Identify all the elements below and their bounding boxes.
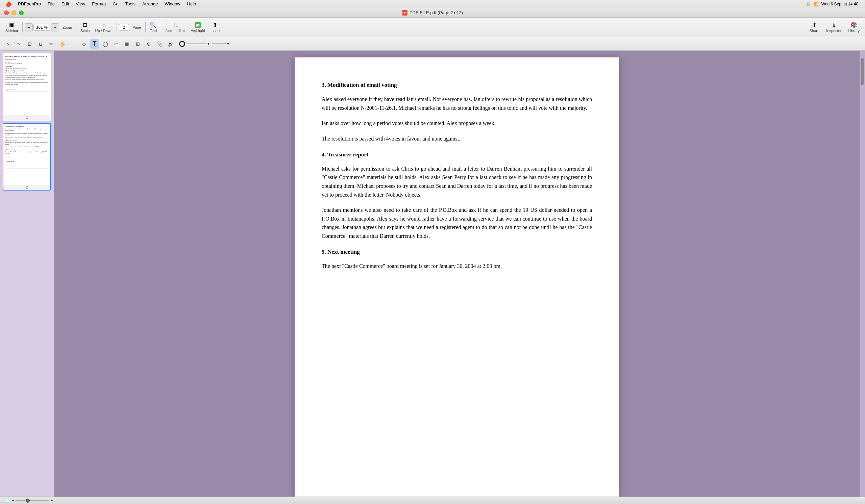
inspector-label: Inspector [826, 29, 841, 33]
menu-window[interactable]: Window [162, 1, 183, 7]
pdf-text-content: 3. Modification of email voting Alex ask… [322, 80, 592, 270]
sidebar-label: Sidebar [5, 29, 18, 33]
tool-shape[interactable]: ◇ [79, 39, 89, 49]
menu-help[interactable]: Help [184, 1, 199, 7]
section-5-heading: 5. Next meeting [322, 247, 592, 256]
menu-format[interactable]: Format [89, 1, 108, 7]
correct-text-label: Correct Text [165, 29, 185, 33]
section-5-para-1: The next "Castle Commerce" board meeting… [322, 262, 592, 271]
menu-bar: 🍎 PDFpenPro File Edit View Format Go Too… [0, 0, 865, 8]
section-3-heading: 3. Modification of email voting [322, 80, 592, 90]
line-dropdown-icon[interactable]: ▼ [207, 42, 210, 46]
section-4-para-1: Michael asks for permission to ask Chris… [322, 164, 592, 199]
zoom-control: − 161 % + [25, 23, 59, 32]
zoom-slider[interactable]: − + [12, 499, 53, 502]
wifi-icon: 📶 [814, 2, 819, 7]
insert-label: Insert [210, 29, 220, 33]
page-thumb-1[interactable]: Minutes of Meeting of Board of Castle Co… [3, 54, 51, 120]
insert-icon: ⬆ [213, 22, 217, 28]
menu-go[interactable]: Go [110, 1, 121, 7]
scroll-thumb[interactable] [861, 58, 864, 85]
maximize-button[interactable] [19, 11, 24, 15]
page-thumb-1-content: Minutes of Meeting of Board of Castle Co… [3, 54, 50, 115]
library-button[interactable]: 📚 Library [846, 21, 862, 33]
divider-3 [117, 22, 117, 33]
tool-hand[interactable]: ✋ [57, 39, 67, 49]
traffic-lights [4, 11, 24, 15]
correct-text-button[interactable]: Tₐ Correct Text [163, 21, 187, 33]
datetime: Wed 6 Sept at 14:40 [821, 2, 858, 7]
tool-stamp[interactable]: ⊞ [133, 39, 142, 49]
network-icon: 🔋 [806, 2, 811, 7]
section-3-para-2: Ian asks over how long a period votes sh… [322, 119, 592, 128]
bottom-bar: 📄 − + [0, 496, 865, 504]
document-title: PDF-FILE.pdf (Page 2 of 2) [410, 10, 463, 15]
tool-signature[interactable]: ⊙ [144, 39, 153, 49]
menu-arrange[interactable]: Arrange [140, 1, 161, 7]
line-sample-2[interactable] [212, 44, 226, 44]
insert-button[interactable]: ⬆ Insert [208, 21, 222, 33]
section-3-para-3: The resolution is passed with 4votes in … [322, 134, 592, 143]
find-label: Find [150, 29, 157, 33]
page-label-area: Page [130, 25, 143, 30]
tool-note[interactable]: ◯ [101, 39, 110, 49]
pdf-content-area[interactable]: 3. Modification of email voting Alex ask… [54, 51, 860, 504]
menu-file[interactable]: File [45, 1, 57, 7]
main-layout: Minutes of Meeting of Board of Castle Co… [0, 51, 865, 504]
slider-thumb[interactable] [26, 499, 30, 503]
tool-text[interactable]: T [90, 39, 99, 49]
correct-text-icon: Tₐ [173, 22, 178, 28]
inspector-button[interactable]: ℹ Inspector [824, 21, 843, 33]
system-status: 🔋 📶 Wed 6 Sept at 14:40 [806, 0, 858, 8]
menu-app[interactable]: PDFpenPro [15, 1, 44, 7]
tool-select[interactable]: ↖ [14, 39, 24, 49]
share-label: Share [810, 29, 819, 33]
status-text: 📄 [5, 498, 10, 503]
menu-view[interactable]: View [73, 1, 88, 7]
sidebar-button[interactable]: ▣ Sidebar [3, 21, 20, 33]
zoom-out-button[interactable]: − [25, 23, 33, 32]
up-down-button[interactable]: ↕ Up / Down [93, 21, 115, 33]
tool-arrow[interactable]: ↖ [3, 39, 13, 49]
zoom-label-area: Zoom [60, 25, 74, 30]
line-sample[interactable] [186, 44, 206, 44]
menu-tools[interactable]: Tools [123, 1, 138, 7]
line-style-circle[interactable] [179, 41, 185, 47]
app-toolbar: ▣ Sidebar − 161 % + Zoom ⊡ Scale ↕ Up / … [0, 17, 865, 37]
scale-button[interactable]: ⊡ Scale [78, 21, 92, 33]
apple-menu[interactable]: 🍎 [3, 1, 14, 8]
share-icon: ⬆ [812, 22, 817, 28]
find-button[interactable]: 🔍 Find [148, 21, 159, 33]
sidebar-panel: Minutes of Meeting of Board of Castle Co… [0, 51, 54, 504]
minimize-button[interactable] [11, 11, 16, 15]
share-button[interactable]: ⬆ Share [808, 21, 821, 33]
zoom-in-button[interactable]: + [51, 23, 59, 32]
tool-attach[interactable]: 📎 [155, 39, 164, 49]
page-thumb-2[interactable]: 3. Modification of email voting Alex ask… [3, 123, 51, 190]
tool-crop[interactable]: ⊔ [36, 39, 45, 49]
menu-edit[interactable]: Edit [59, 1, 72, 7]
tool-audio[interactable]: 🔊 [165, 39, 175, 49]
tool-redact[interactable]: ⊠ [122, 39, 132, 49]
line-style-control: ▼ ▼ [179, 41, 230, 47]
close-button[interactable] [4, 11, 9, 15]
highlight-button[interactable]: ▣ Highlight [188, 22, 207, 33]
search-icon: 🔍 [150, 22, 157, 28]
section-4-heading: 4. Treasurer report [322, 150, 592, 159]
slider-track[interactable] [15, 500, 49, 501]
up-down-icon: ↕ [102, 22, 105, 28]
page-thumb-2-content: 3. Modification of email voting Alex ask… [3, 124, 50, 185]
zoom-slider-min-icon: − [12, 499, 14, 502]
tool-highlight[interactable]: ▭ [112, 39, 121, 49]
tool-resize[interactable]: ↔ [68, 39, 78, 49]
tool-pencil[interactable]: ✏ [47, 39, 56, 49]
zoom-value[interactable]: 161 % [33, 24, 50, 31]
library-icon: 📚 [851, 22, 857, 28]
page-input[interactable]: 2 [119, 24, 129, 31]
library-label: Library [848, 29, 860, 33]
divider-1 [22, 22, 23, 33]
scrollbar[interactable] [860, 51, 865, 504]
tool-lasso[interactable]: ⊡ [25, 39, 34, 49]
page-thumb-1-number: 1 [3, 115, 50, 120]
line-dropdown-2-icon[interactable]: ▼ [227, 42, 230, 46]
